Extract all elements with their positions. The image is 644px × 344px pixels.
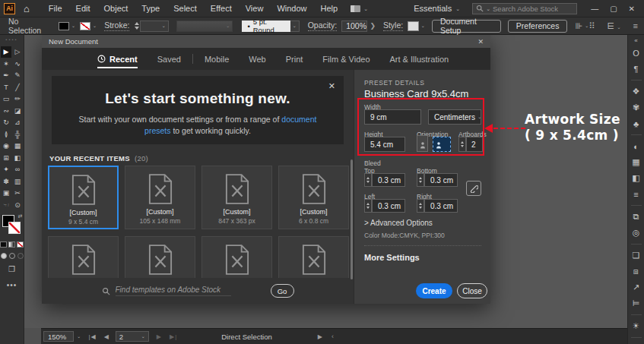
transparency-panel-icon[interactable]: ◎: [629, 226, 644, 240]
scrollbar-thumb[interactable]: [351, 159, 353, 279]
recent-item-card[interactable]: [Custom] 6 x 0.8 cm: [278, 166, 349, 229]
draw-behind-mode[interactable]: [9, 253, 15, 259]
preferences-button[interactable]: Preferences: [508, 20, 568, 33]
artboard-tool[interactable]: ▣: [1, 188, 11, 199]
bleed-bottom-stepper[interactable]: [417, 173, 424, 187]
workspace-switcher[interactable]: Essentials: [414, 4, 452, 13]
eraser-tool[interactable]: ◪: [12, 106, 23, 117]
chevron-down-icon[interactable]: ⌄: [421, 23, 425, 29]
brush-dropdown-chevron[interactable]: ⌄: [290, 21, 300, 32]
tab-web[interactable]: Web: [249, 48, 265, 70]
document-layout-icon[interactable]: ⋿⌄: [608, 21, 621, 31]
stroke-weight-stepper[interactable]: [134, 22, 140, 30]
chevron-down-icon[interactable]: ⌄: [77, 333, 81, 339]
previous-artboard-icon[interactable]: ◀: [104, 333, 109, 340]
free-transform-tool[interactable]: ╬: [12, 129, 23, 140]
adobe-stock-search[interactable]: ⌄: [472, 3, 577, 14]
next-artboard-icon[interactable]: ▶: [157, 333, 162, 340]
artboard-navigation[interactable]: 2⌄: [116, 331, 149, 342]
slice-tool[interactable]: ✂: [12, 188, 23, 199]
bleed-left-stepper[interactable]: [364, 199, 372, 213]
scale-tool[interactable]: ⊿: [12, 117, 23, 128]
type-tool[interactable]: T: [1, 82, 11, 93]
orientation-landscape-button[interactable]: [433, 137, 451, 152]
rectangle-tool[interactable]: ▭: [1, 93, 11, 105]
curvature-tool[interactable]: ✎: [12, 70, 23, 81]
orientation-portrait-button[interactable]: [417, 135, 428, 152]
stroke-weight-label[interactable]: Stroke:: [104, 21, 129, 31]
home-icon[interactable]: ⌂: [24, 4, 30, 14]
recent-item-card[interactable]: [201, 236, 272, 278]
fill-color-swatch[interactable]: [59, 22, 68, 30]
recent-item-card[interactable]: [278, 236, 349, 278]
gradient-button[interactable]: [8, 241, 15, 248]
swap-fill-stroke-icon[interactable]: ⇄: [18, 213, 23, 219]
column-graph-tool[interactable]: ▥: [12, 176, 23, 188]
status-expand-icon[interactable]: ▶: [318, 333, 322, 340]
shape-builder-tool[interactable]: ◉: [1, 140, 11, 152]
chevron-down-icon[interactable]: ⌄: [455, 6, 460, 11]
bleed-bottom-input[interactable]: [424, 173, 458, 187]
close-dialog-button[interactable]: Close: [457, 283, 487, 298]
maximize-button[interactable]: ▢: [610, 5, 617, 13]
menu-edit[interactable]: Edit: [69, 4, 97, 13]
brush-definition-dropdown[interactable]: •5 pt. Round: [242, 21, 290, 32]
scroll-left-icon[interactable]: ‹: [332, 333, 334, 340]
bleed-right-input[interactable]: [424, 199, 458, 213]
artboards-input[interactable]: [466, 137, 483, 152]
stock-search-input[interactable]: [493, 5, 569, 13]
paragraph-panel-icon[interactable]: ¶: [629, 62, 644, 76]
menu-type[interactable]: Type: [135, 4, 167, 13]
draw-inside-mode[interactable]: [17, 253, 24, 259]
stroke-color-swatch[interactable]: [80, 22, 90, 30]
symbol-sprayer-tool[interactable]: ✽: [1, 176, 11, 188]
menu-view[interactable]: View: [239, 4, 271, 13]
artboards-panel-icon[interactable]: ▦: [629, 155, 644, 169]
gradient-tool[interactable]: ◧: [12, 153, 23, 164]
more-settings-link[interactable]: More Settings: [364, 253, 420, 262]
blend-tool[interactable]: ∞: [12, 164, 23, 175]
eyedropper-tool[interactable]: ✦: [1, 164, 11, 175]
hand-tool[interactable]: ☜: [1, 200, 11, 211]
close-button[interactable]: ✕: [629, 5, 635, 13]
magic-wand-tool[interactable]: ✶: [1, 58, 11, 70]
recent-item-card[interactable]: [Custom] 9 x 5.4 cm: [48, 166, 119, 229]
shaper-tool[interactable]: ∾: [1, 106, 11, 117]
recent-item-card[interactable]: [125, 236, 195, 278]
height-input[interactable]: [364, 137, 405, 152]
align-panel-icon[interactable]: ⊨: [629, 296, 644, 311]
panel-menu-icon[interactable]: ≡: [633, 21, 638, 30]
graphic-style-swatch[interactable]: [408, 21, 418, 31]
menu-effect[interactable]: Effect: [204, 4, 239, 13]
shapes-panel-icon[interactable]: ⧈: [629, 264, 644, 279]
mesh-tool[interactable]: ⊞: [1, 153, 11, 164]
width-input[interactable]: [364, 109, 421, 125]
appearance-panel-icon[interactable]: O: [629, 46, 644, 60]
variable-width-profile-dropdown[interactable]: ⌄: [176, 21, 233, 32]
tab-recent[interactable]: Recent: [97, 48, 138, 70]
units-dropdown[interactable]: Centimeters⌄: [428, 109, 481, 125]
stroke-weight-dropdown[interactable]: ⌄: [140, 21, 169, 32]
arrange-documents-icon[interactable]: ⠿: [588, 21, 595, 31]
paintbrush-tool[interactable]: ✏: [12, 93, 23, 105]
chevron-down-icon[interactable]: ⌄: [93, 23, 97, 29]
stroke-panel-icon[interactable]: ≡: [629, 187, 644, 201]
color-button[interactable]: [0, 241, 7, 248]
rotate-tool[interactable]: ↻: [1, 117, 11, 128]
recent-item-card[interactable]: [48, 236, 119, 278]
bleed-left-input[interactable]: [372, 199, 405, 213]
bleed-link-button[interactable]: [466, 181, 481, 196]
color-panel-icon[interactable]: ◐: [629, 139, 644, 153]
symbols-panel-icon[interactable]: ♣: [629, 116, 644, 131]
selection-tool[interactable]: ▶: [1, 46, 11, 58]
tab-film-video[interactable]: Film & Video: [322, 48, 370, 70]
menu-select[interactable]: Select: [167, 4, 204, 13]
export-panel-icon[interactable]: ↗: [629, 280, 644, 295]
swatches-panel-icon[interactable]: ❖: [629, 84, 644, 99]
menu-object[interactable]: Object: [97, 4, 135, 13]
none-button[interactable]: [17, 241, 24, 248]
align-glyph-icon[interactable]: ⊪: [575, 21, 582, 31]
zoom-tool[interactable]: ⊙: [12, 200, 23, 211]
menu-window[interactable]: Window: [270, 4, 313, 13]
first-artboard-icon[interactable]: |◀: [88, 333, 96, 340]
